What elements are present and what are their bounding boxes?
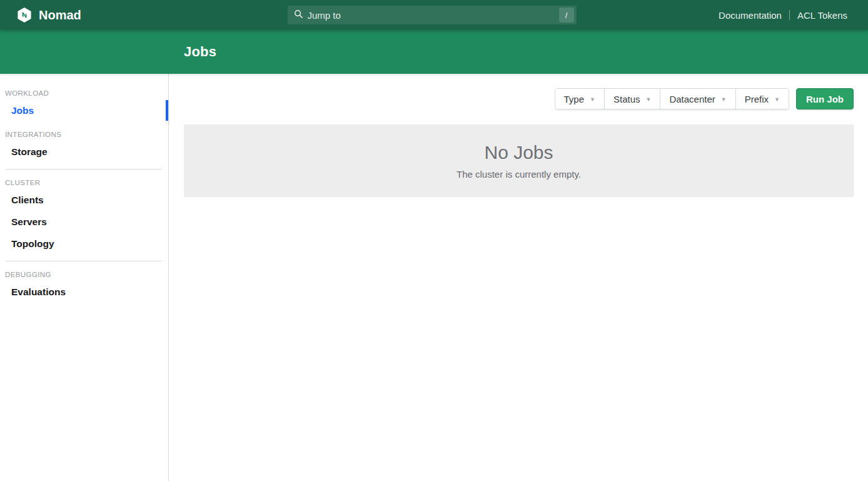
search-icon [294, 9, 303, 21]
layout-row: WORKLOAD Jobs INTEGRATIONS Storage CLUST… [0, 74, 868, 481]
sidebar-section-debugging: DEBUGGING [5, 268, 163, 281]
type-filter-dropdown[interactable]: Type ▼ [555, 89, 605, 109]
search-box[interactable]: / [288, 6, 577, 24]
empty-state-panel: No Jobs The cluster is currently empty. [184, 124, 854, 197]
main-content: Type ▼ Status ▼ Datacenter ▼ Prefix ▼ Ru… [169, 74, 868, 481]
status-filter-dropdown[interactable]: Status ▼ [605, 89, 660, 109]
sidebar-item-label: Clients [11, 195, 44, 206]
prefix-filter-dropdown[interactable]: Prefix ▼ [736, 89, 789, 109]
chevron-down-icon: ▼ [721, 96, 727, 103]
acl-tokens-link[interactable]: ACL Tokens [797, 10, 847, 21]
chevron-down-icon: ▼ [646, 96, 652, 103]
sidebar-item-evaluations[interactable]: Evaluations [0, 281, 168, 303]
sidebar-item-label: Storage [11, 146, 48, 158]
sidebar-item-servers[interactable]: Servers [0, 211, 168, 233]
nomad-home-link[interactable]: Nomad [16, 7, 81, 23]
jump-to-search: / [288, 6, 577, 24]
filter-label: Status [613, 94, 640, 104]
empty-state-title: No Jobs [484, 142, 553, 163]
filter-label: Prefix [745, 94, 769, 104]
sidebar-item-topology[interactable]: Topology [0, 233, 168, 255]
nomad-logo-icon [16, 7, 33, 23]
sidebar: WORKLOAD Jobs INTEGRATIONS Storage CLUST… [0, 74, 169, 481]
jobs-toolbar: Type ▼ Status ▼ Datacenter ▼ Prefix ▼ Ru… [169, 88, 854, 109]
page-title: Jobs [184, 44, 216, 60]
sidebar-item-label: Topology [11, 238, 54, 250]
sidebar-item-clients[interactable]: Clients [0, 189, 168, 211]
chevron-down-icon: ▼ [590, 96, 595, 103]
sidebar-section-integrations: INTEGRATIONS [5, 128, 163, 141]
top-nav-links: Documentation ACL Tokens [577, 10, 868, 21]
datacenter-filter-dropdown[interactable]: Datacenter ▼ [660, 89, 735, 109]
brand-name: Nomad [39, 8, 81, 23]
top-nav-bar: Nomad / Documentation ACL Tokens [0, 0, 868, 30]
search-input[interactable] [308, 10, 559, 21]
active-indicator [166, 100, 168, 121]
filter-label: Type [564, 94, 585, 104]
sidebar-item-storage[interactable]: Storage [0, 141, 168, 163]
sidebar-item-label: Servers [11, 216, 47, 228]
filter-group: Type ▼ Status ▼ Datacenter ▼ Prefix ▼ [555, 88, 789, 109]
sidebar-divider [5, 169, 162, 170]
links-divider [789, 10, 790, 20]
empty-state-message: The cluster is currently empty. [457, 169, 581, 180]
sidebar-item-label: Jobs [11, 105, 34, 116]
sidebar-item-label: Evaluations [11, 286, 66, 298]
sidebar-section-workload: WORKLOAD [5, 87, 163, 99]
page-header: Jobs [0, 30, 868, 74]
filter-label: Datacenter [669, 94, 715, 104]
chevron-down-icon: ▼ [774, 96, 780, 103]
brand-zone: Nomad [0, 7, 288, 23]
slash-shortcut-badge: / [559, 8, 574, 23]
sidebar-divider [5, 261, 162, 261]
sidebar-section-cluster: CLUSTER [5, 176, 163, 189]
run-job-button[interactable]: Run Job [796, 88, 854, 109]
documentation-link[interactable]: Documentation [719, 10, 782, 21]
sidebar-item-jobs[interactable]: Jobs [0, 99, 168, 121]
